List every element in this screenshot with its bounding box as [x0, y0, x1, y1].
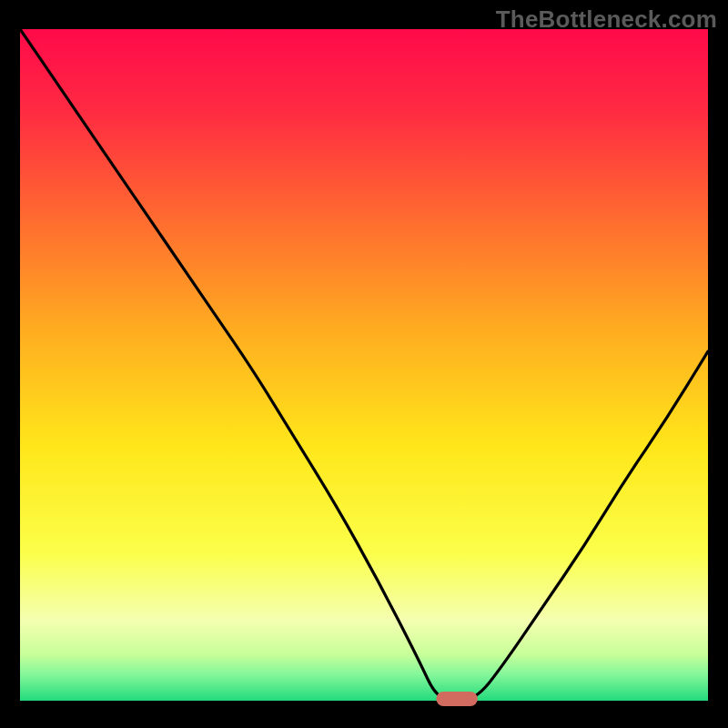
chart-frame: TheBottleneck.com	[0, 0, 728, 728]
minimum-marker	[436, 692, 477, 706]
plot-area	[20, 29, 708, 701]
watermark-text: TheBottleneck.com	[496, 5, 717, 34]
chart-svg	[0, 0, 728, 728]
